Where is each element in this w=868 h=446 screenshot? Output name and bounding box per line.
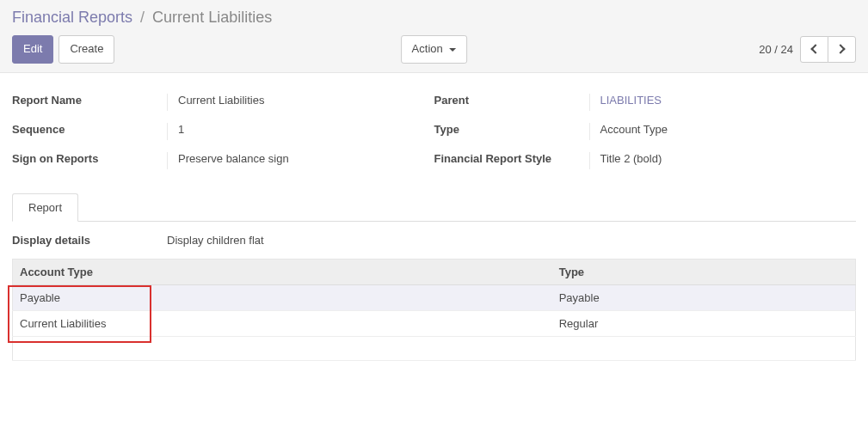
tab-content-report: Display details Display children flat Ac…	[12, 222, 856, 361]
breadcrumb-current: Current Liabilities	[152, 9, 272, 26]
pager-previous-button[interactable]	[800, 36, 828, 63]
cell-account-type: Payable	[13, 284, 552, 310]
financial-report-style-label: Financial Report Style	[434, 152, 589, 165]
tab-bar: Report	[12, 193, 856, 222]
breadcrumb: Financial Reports / Current Liabilities	[12, 7, 856, 28]
chevron-right-icon	[835, 45, 845, 54]
sign-on-reports-label: Sign on Reports	[12, 152, 167, 165]
type-value: Account Type	[589, 123, 857, 140]
report-name-label: Report Name	[12, 94, 167, 107]
cell-account-type: Current Liabilities	[13, 310, 552, 336]
control-panel: Financial Reports / Current Liabilities …	[0, 0, 868, 73]
notebook: Report Display details Display children …	[12, 193, 856, 361]
edit-button[interactable]: Edit	[12, 35, 53, 64]
breadcrumb-separator: /	[137, 9, 148, 26]
chevron-left-icon	[810, 45, 820, 54]
type-label: Type	[434, 123, 589, 136]
action-label: Action	[412, 42, 443, 55]
pager-next-button[interactable]	[828, 36, 856, 63]
caret-down-icon	[449, 48, 456, 52]
column-type[interactable]: Type	[552, 259, 856, 284]
parent-link[interactable]: LIABILITIES	[600, 94, 662, 107]
tab-report[interactable]: Report	[12, 193, 78, 222]
breadcrumb-parent-link[interactable]: Financial Reports	[12, 9, 132, 26]
form-sheet: Report Name Current Liabilities Sequence…	[0, 73, 868, 378]
column-account-type[interactable]: Account Type	[13, 259, 552, 284]
table-row[interactable]: Current Liabilities Regular	[13, 310, 856, 336]
account-type-table: Account Type Type Payable Payable Curren…	[12, 259, 856, 361]
financial-report-style-value: Title 2 (bold)	[589, 152, 857, 169]
display-details-label: Display details	[12, 234, 167, 247]
report-name-value: Current Liabilities	[167, 94, 434, 111]
parent-value: LIABILITIES	[589, 94, 857, 111]
table-footer-row	[13, 336, 856, 360]
action-dropdown-button[interactable]: Action	[401, 35, 468, 64]
pager-value[interactable]: 20 / 24	[759, 43, 793, 56]
parent-label: Parent	[434, 94, 589, 107]
cell-type: Regular	[552, 310, 856, 336]
cell-type: Payable	[552, 284, 856, 310]
sign-on-reports-value: Preserve balance sign	[167, 152, 434, 169]
display-details-value: Display children flat	[167, 234, 856, 247]
create-button[interactable]: Create	[58, 35, 114, 64]
sequence-value: 1	[167, 123, 434, 140]
sequence-label: Sequence	[12, 123, 167, 136]
table-header-row: Account Type Type	[13, 259, 856, 284]
table-row[interactable]: Payable Payable	[13, 284, 856, 310]
